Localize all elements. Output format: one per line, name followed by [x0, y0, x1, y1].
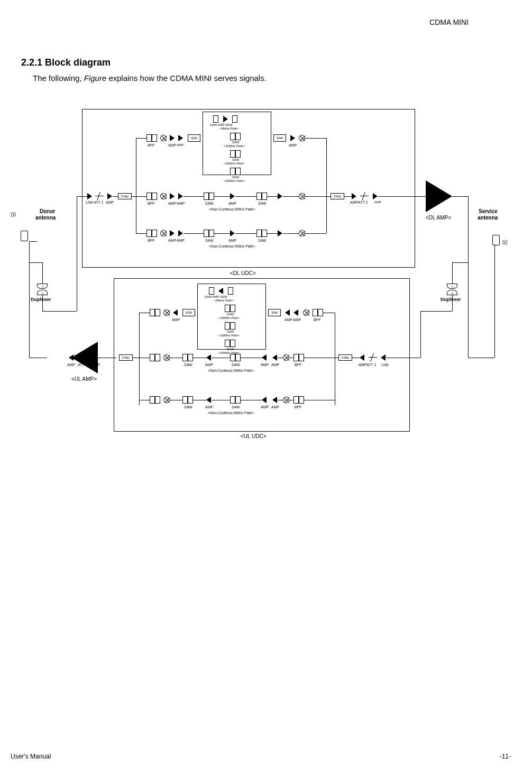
- ul-in-amp: AMP: [359, 363, 366, 367]
- footer-right: -11-: [500, 753, 511, 760]
- ul-sw-in: S/W: [182, 309, 195, 316]
- donor-duplexer-icon: ∿∿: [37, 284, 48, 295]
- block-diagram: ))) Donor antenna ∿∿ Duplexer <DL UDC> L…: [13, 104, 521, 448]
- dl-nc1-saw1: SAW: [205, 202, 214, 205]
- dl-sw-amp2: AMP: [177, 143, 184, 147]
- ul-amp-label: <UL AMP>: [71, 376, 97, 382]
- intro-suffix: explains how the CDMA MINI serves signal…: [106, 74, 267, 83]
- dl-saw20: SAW: [232, 176, 239, 179]
- ul-nc1-amp2: AMP: [261, 363, 269, 367]
- dl-saw15: SAW: [232, 158, 239, 161]
- ul-nc1-amp1: AMP: [205, 363, 213, 367]
- amp-icon: [107, 193, 112, 199]
- dl-nc2-saw1: SAW: [205, 239, 214, 242]
- dl-nc2-amp2: AMP: [177, 239, 185, 242]
- ul-5mhz: <5MHz Path>: [214, 299, 234, 302]
- service-antenna-label-2: antenna: [478, 215, 498, 221]
- dl-nc1-amp2: AMP: [177, 202, 185, 205]
- ul-15mhz: <15MHz Path>: [218, 334, 240, 337]
- ul-nc1-saw1: SAW: [184, 363, 192, 367]
- dl-nc1-bpf: BPF: [148, 202, 155, 205]
- dl-nc1-amp1: AMP: [168, 202, 176, 205]
- mixer-icon: [299, 135, 305, 141]
- ul-nc1-bpf: BPF: [295, 363, 302, 367]
- att1-icon: [95, 194, 104, 199]
- donor-antenna-icon: [17, 220, 31, 241]
- dl-3way-in: 3-Way: [118, 193, 132, 199]
- dl-5mhz: <5MHz Path>: [219, 127, 239, 130]
- dl-amp-icon: [426, 180, 452, 212]
- donor-antenna-label-2: antenna: [35, 215, 56, 221]
- dl-saw-amp-saw: SAW AMP SAW: [210, 123, 233, 126]
- dl-out-amp1: AMP: [350, 200, 358, 204]
- donor-waves-icon: ))): [11, 212, 16, 216]
- intro-figure: Figure: [84, 74, 107, 83]
- ul-nc2-amp1: AMP: [205, 405, 213, 409]
- dl-3way-out: 3-Way: [331, 193, 344, 199]
- dl-nc1-saw2: SAW: [258, 202, 267, 205]
- donor-duplexer-label: Duplexer: [31, 297, 51, 302]
- ul-out-att2: ATT 2: [78, 363, 87, 367]
- ul-3way-in: 3-Way: [338, 354, 352, 361]
- ul-saw-amp-saw: SAW AMP SAW: [205, 295, 227, 298]
- dl-sw-amp-out: AMP: [289, 143, 297, 147]
- ul-out-amp1: AMP: [67, 363, 75, 367]
- bpf-icon: [146, 134, 157, 142]
- intro-prefix: The following,: [33, 74, 84, 83]
- ul-sw-amp3: AMP: [293, 318, 301, 322]
- dl-nc2-amp3: AMP: [228, 239, 236, 242]
- mixer-icon: [160, 135, 167, 141]
- ul-sw-bpf: BPF: [314, 318, 321, 322]
- dl-nc2-amp1: AMP: [168, 239, 176, 242]
- ul-nc5-2: <Non-Continus 5MHz Path>: [208, 411, 254, 415]
- ul-nc5-1: <Non-Continus 5MHz Path>: [208, 369, 254, 372]
- dl-sw-out: S/W: [273, 134, 286, 142]
- ul-nc2-bpf: BPF: [295, 405, 302, 409]
- ul-nc2-amp3: AMP: [271, 405, 279, 409]
- service-waves-icon: ))): [502, 240, 508, 244]
- footer-left: User's Manual: [11, 753, 51, 760]
- ul-in-att1: ATT 1: [366, 363, 376, 367]
- ul-nc2-saw2: SAW: [232, 405, 240, 409]
- dl-out-att2: ATT 2: [358, 200, 368, 204]
- dl-out-amp2: AMP: [374, 200, 381, 204]
- ul-nc2-amp2: AMP: [261, 405, 269, 409]
- dl-sw-bpf: BPF: [148, 143, 155, 147]
- ul-3way-out: 3-Way: [119, 354, 133, 361]
- ul-sw-amp1: AMP: [172, 318, 180, 322]
- ul-nc1-amp3: AMP: [271, 363, 279, 367]
- dl-nc5-2: <Non-Continus 5MHz Path>: [209, 244, 255, 248]
- service-antenna-icon: [489, 224, 503, 245]
- dl-nc2-saw2: SAW: [258, 239, 267, 242]
- dl-saw10: SAW: [232, 141, 239, 144]
- ul-saw20: SAW: [227, 348, 234, 351]
- dl-nc1-amp3: AMP: [228, 202, 236, 205]
- ul-udc-label: <UL UDC>: [241, 433, 267, 439]
- dl-15mhz: <15MHz Path>: [224, 162, 245, 165]
- dl-10mhz: <10MHz Path>: [224, 144, 245, 148]
- service-duplexer-icon: ∿∿: [447, 284, 457, 295]
- dl-nc2-bpf: BPF: [148, 239, 155, 242]
- donor-antenna-label-1: Donor: [40, 208, 55, 214]
- dl-nc5-1: <Non-Continus 5MHz Path>: [209, 207, 255, 211]
- ul-nc1-saw2: SAW: [232, 363, 240, 367]
- dl-udc-label: <DL UDC>: [230, 270, 256, 276]
- header-product: CDMA MINI: [429, 18, 469, 26]
- ul-sw-amp2: AMP: [285, 318, 292, 322]
- service-duplexer-label: Duplexer: [441, 297, 461, 302]
- ul-in-lna: LNA: [381, 363, 389, 367]
- dl-lna-label: LNA: [86, 200, 93, 204]
- ul-sw-out: S/W: [268, 309, 281, 316]
- lna-amp-icon: [87, 193, 92, 199]
- section-title: 2.2.1 Block diagram: [21, 57, 511, 68]
- ul-out-amp2: AMP: [92, 363, 100, 367]
- ul-saw10: SAW: [227, 313, 234, 316]
- dl-amp-in-label: AMP: [106, 200, 114, 204]
- dl-amp-label: <DL AMP>: [426, 215, 451, 221]
- service-antenna-label-1: Service: [479, 208, 498, 214]
- dl-20mhz: <20MHz Path>: [224, 179, 245, 182]
- dl-sw-amp1: AMP: [168, 143, 176, 147]
- intro-text: The following, Figure explains how the C…: [33, 74, 511, 83]
- dl-sw-in: S/W: [188, 134, 200, 142]
- ul-saw15: SAW: [227, 330, 234, 333]
